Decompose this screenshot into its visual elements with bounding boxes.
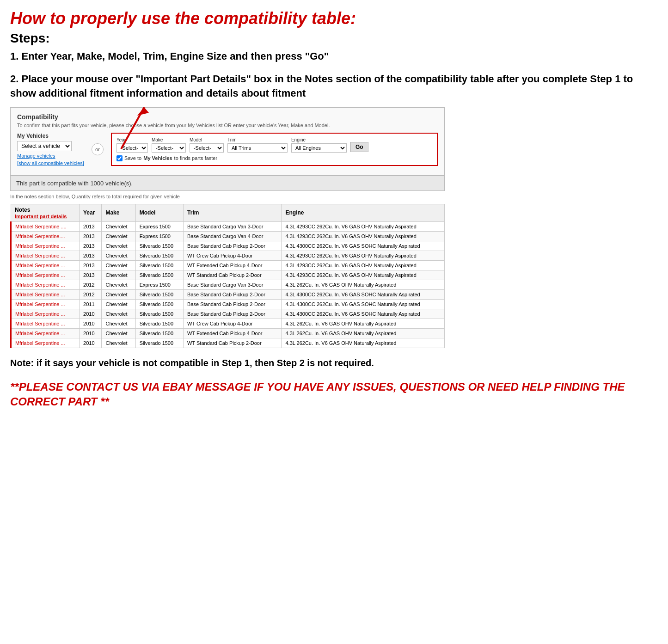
trim-cell: Base Standard Cab Pickup 2-Door bbox=[184, 309, 282, 319]
step-2-text: 2. Place your mouse over "Important Part… bbox=[10, 72, 658, 101]
table-header-row: Notes Important part details Year Make M… bbox=[11, 204, 445, 221]
col-notes: Notes Important part details bbox=[11, 204, 80, 221]
table-row: Mfrlabel:Serpentine ...2013ChevroletSilv… bbox=[11, 241, 445, 251]
col-trim: Trim bbox=[184, 204, 282, 221]
notes-cell[interactable]: Mfrlabel:Serpentine ... bbox=[11, 289, 80, 299]
model-cell: Silverado 1500 bbox=[135, 241, 183, 251]
show-all-compatible-link[interactable]: [show all compatible vehicles] bbox=[17, 160, 84, 166]
engine-cell: 4.3L 4300CC 262Cu. In. V6 GAS SOHC Natur… bbox=[282, 241, 445, 251]
make-cell: Chevrolet bbox=[102, 309, 135, 319]
steps-heading: Steps: bbox=[10, 31, 658, 46]
engine-cell: 4.3L 4293CC 262Cu. In. V6 GAS OHV Natura… bbox=[282, 270, 445, 280]
notes-cell[interactable]: Mfrlabel:Serpentine ... bbox=[11, 260, 80, 270]
notes-cell[interactable]: Mfrlabel:Serpentine ... bbox=[11, 270, 80, 280]
compat-subtitle: To confirm that this part fits your vehi… bbox=[17, 123, 438, 128]
engine-cell: 4.3L 4300CC 262Cu. In. V6 GAS SOHC Natur… bbox=[282, 309, 445, 319]
engine-select[interactable]: All Engines bbox=[291, 143, 347, 153]
compatibility-table: Notes Important part details Year Make M… bbox=[10, 204, 445, 348]
make-cell: Chevrolet bbox=[102, 251, 135, 260]
make-cell: Chevrolet bbox=[102, 270, 135, 280]
note-text: Note: if it says your vehicle is not com… bbox=[10, 356, 658, 369]
page-main-title: How to properly use the compatibility ta… bbox=[10, 8, 658, 28]
important-part-details-link[interactable]: Important part details bbox=[15, 214, 75, 219]
notes-cell[interactable]: Mfrlabel:Serpentine .... bbox=[11, 221, 80, 231]
step-1-text: 1. Enter Year, Make, Model, Trim, Engine… bbox=[10, 49, 658, 64]
table-row: Mfrlabel:Serpentine....2013ChevroletExpr… bbox=[11, 231, 445, 241]
compatibility-section: Compatibility To confirm that this part … bbox=[10, 107, 658, 348]
model-select[interactable]: -Select- bbox=[190, 143, 224, 153]
trim-select[interactable]: All Trims bbox=[227, 143, 288, 153]
engine-cell: 4.3L 4293CC 262Cu. In. V6 GAS OHV Natura… bbox=[282, 231, 445, 241]
save-label-suffix: to finds parts faster bbox=[174, 155, 218, 161]
select-vehicle-dropdown[interactable]: Select a vehicle bbox=[17, 141, 72, 151]
model-field-group: Model -Select- bbox=[190, 137, 224, 153]
engine-cell: 4.3L 4293CC 262Cu. In. V6 GAS OHV Natura… bbox=[282, 260, 445, 270]
table-row: Mfrlabel:Serpentine ...2010ChevroletSilv… bbox=[11, 338, 445, 348]
my-vehicles-label: My Vehicles bbox=[17, 133, 84, 139]
notes-cell[interactable]: Mfrlabel:Serpentine ... bbox=[11, 280, 80, 289]
col-year: Year bbox=[80, 204, 102, 221]
make-field-group: Make -Select- bbox=[152, 137, 186, 153]
trim-cell: WT Extended Cab Pickup 4-Door bbox=[184, 260, 282, 270]
select-vehicle-row: Select a vehicle bbox=[17, 141, 84, 151]
trim-label: Trim bbox=[227, 137, 288, 142]
col-engine: Engine bbox=[282, 204, 445, 221]
save-label-prefix: Save to bbox=[124, 155, 141, 161]
notes-cell[interactable]: Mfrlabel:Serpentine ... bbox=[11, 319, 80, 328]
notes-cell[interactable]: Mfrlabel:Serpentine.... bbox=[11, 231, 80, 241]
notes-header-label: Notes bbox=[15, 207, 75, 213]
save-to-my-vehicles-checkbox[interactable] bbox=[116, 155, 123, 161]
make-cell: Chevrolet bbox=[102, 221, 135, 231]
col-model: Model bbox=[135, 204, 183, 221]
notes-cell[interactable]: Mfrlabel:Serpentine ... bbox=[11, 309, 80, 319]
make-select[interactable]: -Select- bbox=[152, 143, 186, 153]
compat-title: Compatibility bbox=[17, 113, 438, 121]
engine-cell: 4.3L 4300CC 262Cu. In. V6 GAS SOHC Natur… bbox=[282, 299, 445, 309]
engine-cell: 4.3L 262Cu. In. V6 GAS OHV Naturally Asp… bbox=[282, 280, 445, 289]
trim-cell: Base Standard Cargo Van 4-Door bbox=[184, 231, 282, 241]
engine-cell: 4.3L 262Cu. In. V6 GAS OHV Naturally Asp… bbox=[282, 319, 445, 328]
model-cell: Silverado 1500 bbox=[135, 309, 183, 319]
table-row: Mfrlabel:Serpentine ...2012ChevroletExpr… bbox=[11, 280, 445, 289]
year-cell: 2013 bbox=[80, 251, 102, 260]
trim-cell: Base Standard Cab Pickup 2-Door bbox=[184, 241, 282, 251]
table-row: Mfrlabel:Serpentine ...2012ChevroletSilv… bbox=[11, 289, 445, 299]
make-cell: Chevrolet bbox=[102, 260, 135, 270]
notes-cell[interactable]: Mfrlabel:Serpentine ... bbox=[11, 328, 80, 338]
my-vehicles-section: My Vehicles Select a vehicle Manage vehi… bbox=[17, 133, 84, 166]
model-cell: Express 1500 bbox=[135, 280, 183, 289]
manage-vehicles-link[interactable]: Manage vehicles bbox=[17, 153, 84, 159]
model-cell: Silverado 1500 bbox=[135, 319, 183, 328]
notes-cell[interactable]: Mfrlabel:Serpentine ... bbox=[11, 299, 80, 309]
model-cell: Silverado 1500 bbox=[135, 338, 183, 348]
year-make-form: Year -Select- Make -Select- Model bbox=[111, 133, 438, 166]
model-cell: Silverado 1500 bbox=[135, 270, 183, 280]
table-row: Mfrlabel:Serpentine ...2013ChevroletSilv… bbox=[11, 260, 445, 270]
table-row: Mfrlabel:Serpentine ...2013ChevroletSilv… bbox=[11, 251, 445, 260]
notes-cell[interactable]: Mfrlabel:Serpentine ... bbox=[11, 251, 80, 260]
engine-cell: 4.3L 4300CC 262Cu. In. V6 GAS SOHC Natur… bbox=[282, 289, 445, 299]
year-cell: 2013 bbox=[80, 270, 102, 280]
go-button[interactable]: Go bbox=[350, 142, 368, 152]
engine-cell: 4.3L 4293CC 262Cu. In. V6 GAS OHV Natura… bbox=[282, 221, 445, 231]
year-cell: 2013 bbox=[80, 241, 102, 251]
table-row: Mfrlabel:Serpentine ...2013ChevroletSilv… bbox=[11, 270, 445, 280]
contact-text: **PLEASE CONTACT US VIA EBAY MESSAGE IF … bbox=[10, 380, 658, 410]
make-cell: Chevrolet bbox=[102, 241, 135, 251]
arrow-indicator bbox=[112, 103, 153, 155]
engine-label: Engine bbox=[291, 137, 347, 142]
engine-cell: 4.3L 262Cu. In. V6 GAS OHV Naturally Asp… bbox=[282, 328, 445, 338]
table-row: Mfrlabel:Serpentine ....2013ChevroletExp… bbox=[11, 221, 445, 231]
make-cell: Chevrolet bbox=[102, 299, 135, 309]
compatibility-box: Compatibility To confirm that this part … bbox=[10, 107, 445, 176]
notes-cell[interactable]: Mfrlabel:Serpentine ... bbox=[11, 338, 80, 348]
notes-cell[interactable]: Mfrlabel:Serpentine ... bbox=[11, 241, 80, 251]
or-divider: or bbox=[92, 143, 104, 155]
save-label-my-vehicles: My Vehicles bbox=[143, 155, 172, 161]
year-cell: 2010 bbox=[80, 319, 102, 328]
trim-cell: WT Crew Cab Pickup 4-Door bbox=[184, 251, 282, 260]
trim-cell: WT Standard Cab Pickup 2-Door bbox=[184, 270, 282, 280]
engine-field-group: Engine All Engines bbox=[291, 137, 347, 153]
make-cell: Chevrolet bbox=[102, 289, 135, 299]
save-checkbox-row: Save to My Vehicles to finds parts faste… bbox=[116, 155, 432, 161]
